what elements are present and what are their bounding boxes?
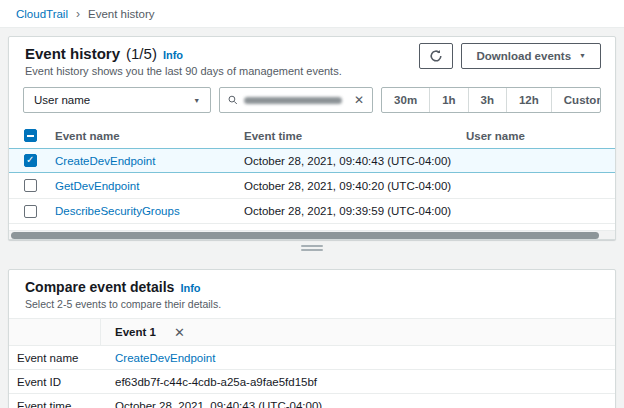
detail-label: Event ID bbox=[9, 376, 101, 388]
event-history-panel: Event history (1/5) Info Event history s… bbox=[8, 36, 616, 240]
clear-search-icon[interactable]: ✕ bbox=[354, 93, 364, 107]
compare-panel-header: Compare event details Info Select 2-5 ev… bbox=[9, 270, 615, 319]
event-history-table: Event name Event time User name CreateDe… bbox=[9, 123, 615, 240]
compare-tab-row: Event 1 ✕ bbox=[9, 319, 615, 346]
filter-attribute-select[interactable]: User name ▼ bbox=[23, 87, 211, 113]
close-tab-icon[interactable]: ✕ bbox=[174, 325, 185, 340]
time-range-custom-label: Custom bbox=[564, 94, 601, 106]
breadcrumb-current-page: Event history bbox=[88, 8, 154, 20]
scrollbar-thumb[interactable] bbox=[11, 232, 599, 239]
horizontal-scrollbar[interactable] bbox=[9, 230, 615, 239]
tab-label-spacer bbox=[9, 319, 101, 345]
time-range-3h[interactable]: 3h bbox=[469, 88, 507, 112]
table-row[interactable]: CreateDevEndpoint October 28, 2021, 09:4… bbox=[9, 148, 615, 173]
resize-grip-icon bbox=[301, 249, 323, 251]
compare-info-link[interactable]: Info bbox=[180, 282, 200, 294]
event-time-cell: October 28, 2021, 09:40:43 (UTC-04:00) bbox=[244, 155, 464, 167]
select-all-checkbox[interactable] bbox=[24, 129, 37, 142]
download-events-label: Download events bbox=[476, 50, 571, 62]
breadcrumb-separator-icon: › bbox=[76, 7, 80, 21]
time-range-custom[interactable]: Custom bbox=[552, 88, 601, 112]
event-history-info-link[interactable]: Info bbox=[163, 49, 183, 61]
table-header-row: Event name Event time User name bbox=[9, 123, 615, 148]
column-header-event-time[interactable]: Event time bbox=[244, 130, 464, 142]
panel-resize-handle[interactable] bbox=[0, 243, 624, 253]
refresh-button[interactable] bbox=[419, 43, 453, 69]
event-history-header: Event history (1/5) Info Event history s… bbox=[9, 37, 615, 79]
compare-panel-title: Compare event details bbox=[25, 279, 174, 295]
detail-label: Event name bbox=[9, 352, 101, 364]
event-1-tab-label: Event 1 bbox=[115, 326, 156, 338]
detail-row-event-name: Event name CreateDevEndpoint bbox=[9, 346, 615, 370]
breadcrumb: CloudTrail › Event history bbox=[0, 0, 624, 28]
row-checkbox[interactable] bbox=[24, 205, 37, 218]
row-checkbox[interactable] bbox=[24, 179, 37, 192]
time-range-12h[interactable]: 12h bbox=[507, 88, 552, 112]
event-name-link[interactable]: GetDevEndpoint bbox=[55, 180, 139, 192]
event-1-tab[interactable]: Event 1 ✕ bbox=[101, 325, 185, 340]
compare-panel-description: Select 2-5 events to compare their detai… bbox=[25, 298, 599, 310]
filter-attribute-value: User name bbox=[34, 94, 90, 106]
table-row[interactable]: GetDevEndpoint October 28, 2021, 09:40:2… bbox=[9, 173, 615, 198]
table-row[interactable]: DescribeSecurityGroups October 28, 2021,… bbox=[9, 198, 615, 223]
download-events-button[interactable]: Download events ▼ bbox=[461, 43, 601, 69]
column-header-event-name[interactable]: Event name bbox=[51, 130, 244, 142]
event-name-link[interactable]: DescribeSecurityGroups bbox=[55, 205, 180, 217]
event-time-cell: October 28, 2021, 09:39:59 (UTC-04:00) bbox=[244, 205, 464, 217]
row-checkbox[interactable] bbox=[24, 154, 37, 167]
page-title: Event history bbox=[25, 45, 120, 62]
search-input[interactable]: ✕ bbox=[219, 87, 373, 113]
search-icon bbox=[228, 94, 238, 106]
redacted-search-query bbox=[244, 97, 342, 104]
event-name-link[interactable]: CreateDevEndpoint bbox=[55, 155, 155, 167]
refresh-icon bbox=[429, 49, 443, 63]
detail-event-time-value: October 28, 2021, 09:40:43 (UTC-04:00) bbox=[101, 400, 322, 408]
detail-event-name-link[interactable]: CreateDevEndpoint bbox=[115, 352, 215, 364]
detail-label: Event time bbox=[9, 400, 101, 408]
resize-grip-icon bbox=[301, 245, 323, 247]
event-time-cell: October 28, 2021, 09:40:20 (UTC-04:00) bbox=[244, 180, 464, 192]
filter-bar: User name ▼ ✕ 30m 1h 3h 12h Custom bbox=[9, 79, 615, 123]
time-range-control: 30m 1h 3h 12h Custom bbox=[381, 87, 601, 113]
compare-event-details-panel: Compare event details Info Select 2-5 ev… bbox=[8, 269, 616, 408]
detail-row-event-time: Event time October 28, 2021, 09:40:43 (U… bbox=[9, 394, 615, 408]
detail-event-id-value: ef63db7f-c44c-4cdb-a25a-a9fae5fd15bf bbox=[101, 376, 317, 388]
column-header-user-name[interactable]: User name bbox=[464, 130, 615, 142]
selection-count: (1/5) bbox=[126, 45, 157, 62]
detail-row-event-id: Event ID ef63db7f-c44c-4cdb-a25a-a9fae5f… bbox=[9, 370, 615, 394]
time-range-30m[interactable]: 30m bbox=[382, 88, 430, 112]
chevron-down-icon: ▼ bbox=[193, 97, 200, 104]
download-caret-icon: ▼ bbox=[579, 52, 586, 59]
time-range-1h[interactable]: 1h bbox=[430, 88, 468, 112]
breadcrumb-cloudtrail-link[interactable]: CloudTrail bbox=[16, 8, 68, 20]
